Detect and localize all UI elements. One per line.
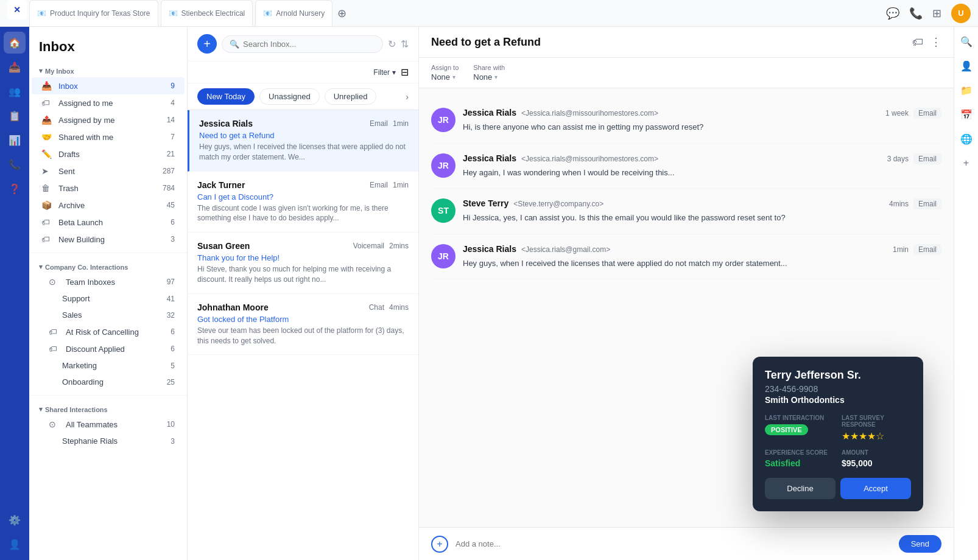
sidebar-item-assigned-by-me[interactable]: 📤 Assigned by me 14 bbox=[32, 111, 185, 128]
contact-stars: ★★★★☆ bbox=[842, 430, 911, 442]
tab-icon: 📧 bbox=[169, 9, 178, 18]
msg-body-3: Steve Terry <Steve.terry@company.co> 4mi… bbox=[463, 198, 941, 224]
tab-stienbeck[interactable]: 📧 Stienbeck Electrical bbox=[161, 0, 253, 26]
nav-phone[interactable]: 📞 bbox=[4, 153, 26, 175]
tab-unreplied[interactable]: Unreplied bbox=[325, 88, 377, 105]
msg-avatar-3: ST bbox=[431, 198, 456, 223]
add-conversation-button[interactable]: + bbox=[197, 34, 217, 54]
conv-item-susan[interactable]: Susan Green Voicemail 2mins Thank you fo… bbox=[188, 233, 418, 294]
tab-product[interactable]: 📧 Product Inquiry for Texas Store bbox=[29, 0, 158, 26]
phone-icon[interactable]: 📞 bbox=[909, 7, 923, 20]
compose-add-button[interactable]: + bbox=[431, 536, 448, 553]
search-box: 🔍 bbox=[222, 35, 383, 53]
sidebar-item-sales[interactable]: Sales 32 bbox=[32, 307, 185, 323]
main-header-actions: 🏷 ⋮ bbox=[912, 35, 941, 49]
sidebar-item-new-building[interactable]: 🏷 New Building 3 bbox=[32, 231, 185, 248]
search-icon: 🔍 bbox=[230, 40, 239, 49]
conversation-title: Need to get a Refund bbox=[431, 36, 541, 49]
sidebar-item-inbox[interactable]: 📥 Inbox 9 bbox=[32, 77, 185, 94]
company-chevron: ▾ bbox=[39, 263, 43, 271]
accept-button[interactable]: Accept bbox=[840, 478, 911, 499]
decline-button[interactable]: Decline bbox=[765, 478, 836, 499]
grid-icon[interactable]: ⊞ bbox=[932, 7, 941, 20]
nav-home[interactable]: 🏠 bbox=[4, 32, 26, 54]
right-calendar-icon[interactable]: 📅 bbox=[957, 105, 976, 124]
right-files-icon[interactable]: 📁 bbox=[957, 80, 976, 100]
top-bar: ✕ 📧 Product Inquiry for Texas Store 📧 St… bbox=[0, 0, 978, 27]
view-options-icon[interactable]: ⊟ bbox=[401, 66, 409, 78]
compose-input[interactable] bbox=[456, 539, 892, 548]
message-1: JR Jessica Rials <Jessica.rials@missouri… bbox=[431, 98, 941, 144]
sort-icon[interactable]: ⇅ bbox=[401, 38, 409, 50]
sidebar-item-trash[interactable]: 🗑 Trash 784 bbox=[32, 180, 185, 197]
conversation-tabs: New Today Unassigned Unreplied › bbox=[188, 83, 418, 110]
sidebar-item-marketing[interactable]: Marketing 5 bbox=[32, 357, 185, 374]
sidebar-item-shared-with-me[interactable]: 🤝 Shared with me 7 bbox=[32, 128, 185, 145]
my-inbox-section[interactable]: ▾ My Inbox bbox=[29, 62, 187, 77]
sidebar-item-stephanie[interactable]: Stephanie Rials 3 bbox=[32, 433, 185, 449]
nav-inbox[interactable]: 📥 bbox=[4, 56, 26, 78]
contact-experience: EXPERIENCE SCORE Satisfied bbox=[765, 449, 834, 468]
chat-icon[interactable]: 💬 bbox=[886, 7, 899, 20]
contact-card: Terry Jefferson Sr. 234-456-9908 Smith O… bbox=[753, 357, 923, 511]
message-2: JR Jessica Rials <Jessica.rials@missouri… bbox=[431, 144, 941, 189]
nav-help[interactable]: ❓ bbox=[4, 178, 26, 200]
assign-to-dropdown[interactable]: None ▾ bbox=[431, 72, 459, 82]
sidebar-item-at-risk[interactable]: 🏷 At Risk of Cancelling 6 bbox=[32, 323, 185, 340]
sent-arrow-icon: ➤ bbox=[41, 166, 54, 176]
msg-avatar-2: JR bbox=[431, 153, 456, 178]
msg-body-1: Jessica Rials <Jessica.rials@missourihom… bbox=[463, 108, 941, 133]
nav-settings[interactable]: ⚙️ bbox=[4, 509, 26, 531]
section-chevron: ▾ bbox=[39, 67, 43, 75]
tabs-more-arrow[interactable]: › bbox=[406, 92, 409, 102]
team-icon: ⊙ bbox=[49, 277, 61, 287]
nav-reports[interactable]: 📊 bbox=[4, 129, 26, 151]
sidebar-item-team-inboxes[interactable]: ⊙ Team Inboxes 97 bbox=[32, 273, 185, 290]
right-search-icon[interactable]: 🔍 bbox=[957, 32, 976, 51]
sidebar-item-drafts[interactable]: ✏️ Drafts 21 bbox=[32, 145, 185, 163]
sidebar-item-sent[interactable]: ➤ Sent 287 bbox=[32, 163, 185, 180]
drafts-icon: ✏️ bbox=[41, 149, 54, 159]
company-interactions-section[interactable]: ▾ Company Co. Interactions bbox=[29, 258, 187, 273]
tab-label: Product Inquiry for Texas Store bbox=[50, 9, 150, 18]
nav-profile[interactable]: 👤 bbox=[4, 533, 26, 555]
conv-item-jessica[interactable]: Jessica Rials Email 1min Need to get a R… bbox=[188, 110, 418, 172]
sidebar-item-all-teammates[interactable]: ⊙ All Teammates 10 bbox=[32, 416, 185, 433]
send-button[interactable]: Send bbox=[899, 535, 941, 553]
right-add-icon[interactable]: + bbox=[957, 153, 976, 173]
conv-item-johnathan[interactable]: Johnathan Moore Chat 4mins Got locked of… bbox=[188, 294, 418, 355]
refresh-icon[interactable]: ↻ bbox=[388, 38, 396, 50]
sidebar-item-beta-launch[interactable]: 🏷 Beta Launch 6 bbox=[32, 214, 185, 231]
tag-action-icon[interactable]: 🏷 bbox=[912, 36, 923, 49]
right-contact-icon[interactable]: 👤 bbox=[957, 56, 976, 75]
tab-new-today[interactable]: New Today bbox=[197, 88, 255, 105]
sidebar-item-onboarding[interactable]: Onboarding 25 bbox=[32, 374, 185, 390]
shared-interactions-section[interactable]: ▾ Shared Interactions bbox=[29, 401, 187, 416]
add-tab-button[interactable]: ⊕ bbox=[337, 7, 347, 20]
more-options-icon[interactable]: ⋮ bbox=[931, 35, 941, 49]
sidebar-title: Inbox bbox=[29, 27, 187, 62]
tab-unassigned[interactable]: Unassigned bbox=[259, 88, 320, 105]
right-globe-icon[interactable]: 🌐 bbox=[957, 129, 976, 149]
app-logo: ✕ bbox=[7, 0, 27, 19]
nav-tasks[interactable]: 📋 bbox=[4, 105, 26, 127]
contact-grid: LAST INTERACTION POSITIVE LAST SURVEY RE… bbox=[765, 415, 911, 468]
nav-contacts[interactable]: 👥 bbox=[4, 80, 26, 102]
main-area: Need to get a Refund 🏷 ⋮ Assign to None … bbox=[419, 27, 954, 560]
conv-item-jack[interactable]: Jack Turner Email 1min Can I get a Disco… bbox=[188, 172, 418, 233]
assign-row: Assign to None ▾ Share with None ▾ bbox=[419, 58, 954, 88]
top-header-right: 💬 📞 ⊞ U bbox=[886, 4, 971, 23]
user-avatar[interactable]: U bbox=[951, 4, 971, 23]
search-input[interactable] bbox=[243, 40, 375, 49]
sidebar-item-archive[interactable]: 📦 Archive 45 bbox=[32, 197, 185, 214]
filter-button[interactable]: Filter ▾ bbox=[373, 68, 396, 77]
sidebar-item-discount[interactable]: 🏷 Discount Applied 6 bbox=[32, 340, 185, 357]
msg-body-2: Jessica Rials <Jessica.rials@missourihom… bbox=[463, 153, 941, 179]
sidebar-item-support[interactable]: Support 41 bbox=[32, 290, 185, 307]
msg-avatar-1: JR bbox=[431, 108, 456, 132]
sidebar-item-assigned-to-me[interactable]: 🏷 Assigned to me 4 bbox=[32, 94, 185, 111]
right-bar: 🔍 👤 📁 📅 🌐 + bbox=[954, 27, 978, 560]
tab-arnold[interactable]: 📧 Arnold Nursery bbox=[255, 0, 332, 26]
teammates-icon: ⊙ bbox=[49, 419, 61, 429]
share-with-dropdown[interactable]: None ▾ bbox=[473, 72, 505, 82]
